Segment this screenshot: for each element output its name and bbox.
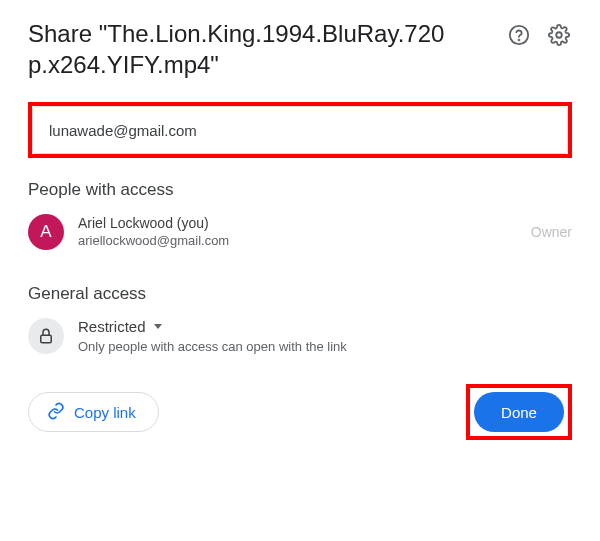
link-icon: [47, 402, 65, 423]
title-prefix: Share: [28, 20, 92, 47]
svg-point-2: [556, 32, 562, 38]
access-mode-dropdown[interactable]: Restricted: [78, 318, 572, 335]
header-actions: [506, 18, 572, 48]
svg-rect-3: [41, 335, 52, 343]
help-icon[interactable]: [506, 22, 532, 48]
avatar: A: [28, 214, 64, 250]
dialog-title: Share "The.Lion.King.1994.BluRay.720p.x2…: [28, 18, 458, 80]
general-access-info: Restricted Only people with access can o…: [78, 318, 572, 354]
lock-icon: [28, 318, 64, 354]
avatar-initial: A: [40, 222, 51, 242]
done-highlight-box: Done: [466, 384, 572, 440]
person-email: ariellockwood@gmail.com: [78, 233, 517, 249]
access-mode-label: Restricted: [78, 318, 146, 335]
dialog-footer: Copy link Done: [28, 384, 572, 440]
person-row[interactable]: A Ariel Lockwood (you) ariellockwood@gma…: [28, 214, 572, 250]
share-dialog: Share "The.Lion.King.1994.BluRay.720p.x2…: [0, 0, 600, 460]
person-role: Owner: [531, 224, 572, 240]
person-name: Ariel Lockwood (you): [78, 215, 517, 233]
done-button[interactable]: Done: [474, 392, 564, 432]
add-people-input[interactable]: [32, 106, 568, 154]
general-access-row: Restricted Only people with access can o…: [28, 318, 572, 354]
svg-point-1: [519, 40, 520, 41]
copy-link-label: Copy link: [74, 404, 136, 421]
general-section-title: General access: [28, 284, 572, 304]
done-label: Done: [501, 404, 537, 421]
copy-link-button[interactable]: Copy link: [28, 392, 159, 432]
input-highlight-box: [28, 102, 572, 158]
gear-icon[interactable]: [546, 22, 572, 48]
people-section-title: People with access: [28, 180, 572, 200]
access-mode-description: Only people with access can open with th…: [78, 339, 572, 354]
dialog-header: Share "The.Lion.King.1994.BluRay.720p.x2…: [28, 18, 572, 80]
chevron-down-icon: [154, 324, 162, 329]
person-info: Ariel Lockwood (you) ariellockwood@gmail…: [78, 215, 517, 249]
